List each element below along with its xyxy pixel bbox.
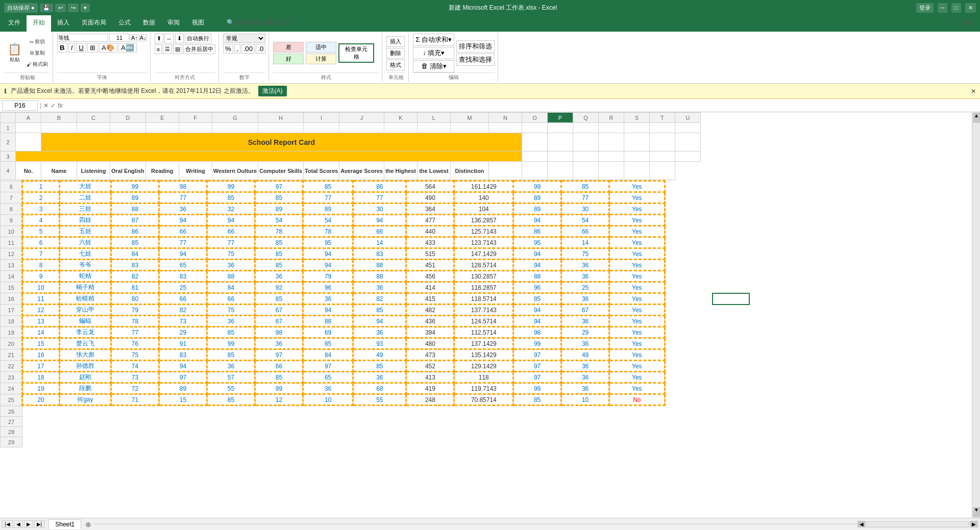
row-header[interactable]: 21 (1, 349, 22, 361)
cell-s1[interactable] (624, 123, 649, 133)
table-cell[interactable] (934, 383, 971, 394)
table-cell[interactable] (897, 349, 934, 361)
table-cell[interactable]: 436 (406, 316, 454, 327)
table-cell[interactable] (934, 316, 971, 327)
table-cell[interactable]: 112.5714 (454, 327, 513, 338)
empty-cell[interactable] (898, 437, 935, 447)
empty-cell[interactable] (59, 417, 111, 427)
row-header[interactable]: 15 (1, 282, 22, 293)
customize-qat[interactable]: ▾ (81, 4, 90, 12)
table-cell[interactable]: 77 (207, 237, 255, 248)
table-cell[interactable] (749, 215, 786, 226)
row-header-2[interactable]: 2 (1, 133, 16, 152)
align-left-button[interactable]: ≡ (155, 44, 162, 54)
table-cell[interactable]: 94 (303, 260, 353, 271)
empty-cell[interactable] (513, 417, 561, 427)
table-cell[interactable] (934, 215, 971, 226)
cut-button[interactable]: ✂剪切 (25, 37, 50, 47)
empty-cell[interactable] (787, 437, 824, 447)
table-cell[interactable] (860, 192, 897, 204)
cell-o3[interactable] (522, 152, 547, 162)
col-header-m[interactable]: M (450, 113, 488, 123)
table-cell[interactable] (823, 181, 860, 192)
cancel-input-icon[interactable]: ✕ (43, 102, 48, 109)
table-cell[interactable]: 73 (159, 316, 207, 327)
table-cell[interactable]: 66 (207, 293, 255, 305)
table-cell[interactable]: 36 (561, 338, 609, 349)
empty-cell[interactable] (750, 437, 787, 447)
tab-layout[interactable]: 页面布局 (76, 15, 112, 32)
table-cell[interactable] (749, 316, 786, 327)
table-cell[interactable]: 85 (255, 192, 303, 204)
table-cell[interactable] (823, 361, 860, 372)
table-cell[interactable]: 85 (303, 338, 353, 349)
table-cell[interactable]: 36 (255, 271, 303, 282)
table-cell[interactable]: 161.1429 (454, 181, 513, 192)
table-cell[interactable] (823, 237, 860, 248)
table-cell[interactable]: 135.1429 (454, 349, 513, 361)
cell-r1[interactable] (598, 123, 624, 133)
table-cell[interactable]: 36 (561, 372, 609, 383)
header-distinction[interactable]: Distinction (450, 162, 488, 180)
table-cell[interactable] (665, 394, 713, 406)
table-cell[interactable]: 6 (22, 237, 59, 248)
table-cell[interactable]: 87 (111, 215, 159, 226)
table-cell[interactable]: 136.2857 (454, 215, 513, 226)
col-header-j[interactable]: J (339, 113, 384, 123)
table-cell[interactable]: 36 (561, 260, 609, 271)
empty-cell[interactable] (22, 437, 59, 447)
table-cell[interactable]: 440 (406, 226, 454, 237)
table-cell[interactable]: 66 (561, 226, 609, 237)
row-header[interactable]: 18 (1, 316, 22, 327)
table-cell[interactable] (665, 361, 713, 372)
table-cell[interactable] (749, 305, 786, 316)
cell-u3[interactable] (675, 152, 700, 162)
table-cell[interactable]: 74 (111, 361, 159, 372)
row-header[interactable]: 24 (1, 383, 22, 394)
table-cell[interactable] (897, 338, 934, 349)
empty-cell[interactable] (513, 437, 561, 447)
row-header[interactable]: 6 (1, 181, 22, 192)
table-cell[interactable] (787, 192, 823, 204)
table-cell[interactable] (713, 338, 749, 349)
table-cell[interactable]: Yes (609, 327, 665, 338)
empty-cell[interactable] (303, 407, 353, 417)
table-cell[interactable] (897, 383, 934, 394)
table-cell[interactable] (749, 282, 786, 293)
table-cell[interactable]: 99 (513, 383, 561, 394)
percent-button[interactable]: % (223, 44, 233, 54)
table-cell[interactable]: Yes (609, 260, 665, 271)
row-header[interactable]: 28 (1, 427, 22, 437)
table-cell[interactable]: 85 (255, 293, 303, 305)
col-header-f[interactable]: F (179, 113, 212, 123)
table-cell[interactable]: 130.2857 (454, 271, 513, 282)
prev-sheet-button[interactable]: ◀ (14, 520, 23, 528)
table-cell[interactable]: 78 (303, 226, 353, 237)
empty-cell[interactable] (610, 427, 666, 437)
scroll-right-button[interactable]: ▶ (970, 521, 978, 527)
merge-center-button[interactable]: 合并后居中 (183, 44, 215, 54)
table-cell[interactable] (860, 394, 897, 406)
table-cell[interactable] (934, 204, 971, 215)
table-cell[interactable] (749, 293, 786, 305)
table-cell[interactable] (823, 192, 860, 204)
table-cell[interactable]: Yes (609, 305, 665, 316)
col-header-q[interactable]: Q (573, 113, 598, 123)
cell-s4[interactable] (598, 162, 624, 180)
table-cell[interactable]: 1 (22, 181, 59, 192)
empty-cell[interactable] (665, 427, 713, 437)
row-header-4[interactable]: 4 (1, 162, 16, 180)
table-cell[interactable]: 75 (111, 349, 159, 361)
table-cell[interactable]: 36 (303, 293, 353, 305)
table-cell[interactable]: 99 (255, 383, 303, 394)
table-cell[interactable] (823, 260, 860, 271)
cell-m1[interactable] (450, 123, 488, 133)
table-cell[interactable] (713, 293, 749, 305)
tab-search[interactable]: 🔍 告诉我你想要做什么 (220, 15, 297, 32)
table-cell[interactable] (713, 237, 749, 248)
table-cell[interactable] (665, 372, 713, 383)
table-cell[interactable] (665, 181, 713, 192)
tab-home[interactable]: 开始 (27, 15, 51, 32)
table-cell[interactable]: 98 (159, 181, 207, 192)
col-header-a[interactable]: A (16, 113, 41, 123)
